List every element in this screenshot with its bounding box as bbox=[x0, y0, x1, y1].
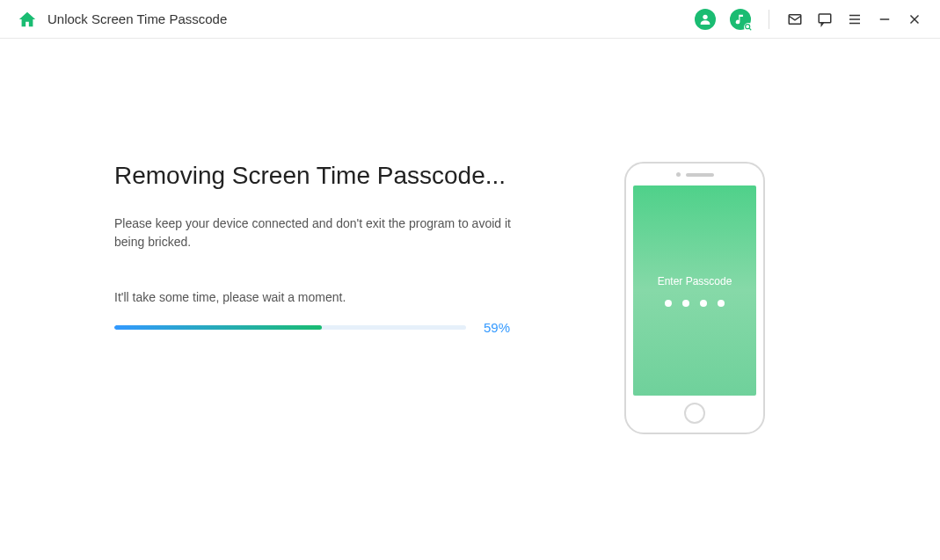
svg-point-0 bbox=[703, 14, 707, 18]
phone-illustration: Enter Passcode bbox=[624, 162, 765, 434]
phone-home-button-icon bbox=[684, 403, 705, 424]
phone-screen-text: Enter Passcode bbox=[658, 275, 732, 287]
progress-percent: 59% bbox=[484, 320, 510, 335]
header-title: Unlock Screen Time Passcode bbox=[47, 11, 227, 26]
progress-fill bbox=[114, 325, 322, 330]
main-content: Removing Screen Time Passcode... Please … bbox=[0, 39, 940, 434]
phone-camera-icon bbox=[676, 172, 681, 177]
passcode-dot bbox=[682, 300, 689, 307]
mail-icon[interactable] bbox=[787, 11, 803, 27]
passcode-dot bbox=[665, 300, 672, 307]
svg-rect-4 bbox=[819, 14, 831, 23]
music-search-icon[interactable] bbox=[730, 9, 751, 30]
phone-passcode-dots bbox=[665, 300, 725, 307]
passcode-dot bbox=[718, 300, 725, 307]
user-icon[interactable] bbox=[695, 9, 716, 30]
phone-speaker-icon bbox=[686, 173, 714, 177]
header-right bbox=[695, 9, 922, 30]
svg-point-1 bbox=[746, 24, 750, 28]
progress-bar bbox=[114, 325, 466, 330]
menu-icon[interactable] bbox=[847, 11, 863, 27]
progress-container: 59% bbox=[114, 320, 536, 335]
phone-top bbox=[676, 172, 714, 177]
header-left: Unlock Screen Time Passcode bbox=[18, 10, 227, 29]
wait-text: It'll take some time, please wait a mome… bbox=[114, 290, 536, 304]
passcode-dot bbox=[700, 300, 707, 307]
svg-line-2 bbox=[749, 28, 751, 30]
home-icon[interactable] bbox=[18, 10, 37, 29]
header-divider bbox=[769, 10, 769, 29]
phone-screen: Enter Passcode bbox=[633, 185, 756, 396]
description-text: Please keep your device connected and do… bbox=[114, 215, 536, 251]
feedback-icon[interactable] bbox=[817, 11, 833, 27]
minimize-icon[interactable] bbox=[877, 11, 893, 27]
close-icon[interactable] bbox=[907, 11, 922, 27]
main-title: Removing Screen Time Passcode... bbox=[114, 162, 536, 190]
app-header: Unlock Screen Time Passcode bbox=[0, 0, 940, 39]
progress-section: Removing Screen Time Passcode... Please … bbox=[114, 162, 536, 434]
